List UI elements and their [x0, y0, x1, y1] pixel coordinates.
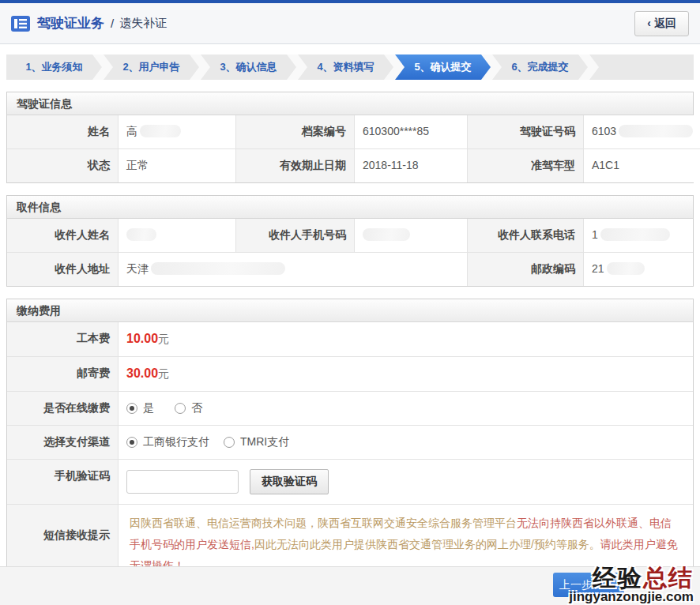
section-payment: 缴纳费用 工本费 10.00元 邮寄费 30.00元 是否在线缴费 是 否 选择…: [6, 299, 694, 585]
online-pay-label: 是否在线缴费: [7, 391, 118, 425]
back-chevron-icon: ‹: [647, 17, 651, 29]
radio-tmri-icon[interactable]: [224, 437, 235, 448]
redaction-smudge: [619, 125, 693, 137]
channel-options: 工商银行支付 TMRI支付: [118, 425, 693, 459]
tab-step-6[interactable]: 6、完成提交: [492, 54, 588, 80]
tab-step-1[interactable]: 1、业务须知: [6, 54, 102, 80]
license-no-label: 驾驶证号码: [467, 115, 583, 148]
section-payment-title: 缴纳费用: [7, 299, 693, 322]
cost-label: 工本费: [7, 322, 118, 356]
page-title: 驾驶证业务: [37, 14, 104, 32]
get-code-button[interactable]: 获取验证码: [250, 469, 329, 494]
breadcrumb-current: 遗失补证: [119, 16, 167, 31]
channel-label: 选择支付渠道: [7, 425, 118, 459]
status-value: 正常: [118, 148, 235, 182]
online-pay-options: 是 否: [118, 391, 693, 425]
redaction-smudge: [151, 262, 285, 275]
step-tabs: 1、业务须知 2、用户申告 3、确认信息 4、资料填写 5、确认提交 6、完成提…: [6, 54, 694, 80]
pickup-info-table: 收件人姓名 收件人手机号码 收件人联系电话 1 收件人地址 天津 邮政编码 21: [7, 219, 693, 286]
sms-code-input[interactable]: [126, 470, 239, 494]
sms-code-row: 获取验证码: [118, 459, 693, 504]
license-info-table: 姓名 高 档案编号 610300****85 驾驶证号码 6103 状态 正常 …: [7, 115, 693, 182]
redaction-smudge: [140, 125, 181, 137]
footer-action-bar: 上一步: [0, 566, 700, 605]
recipient-mobile-label: 收件人手机号码: [235, 219, 354, 252]
recipient-phone-value: 1: [583, 219, 693, 252]
expiry-value: 2018-11-18: [354, 148, 467, 182]
redaction-smudge: [363, 228, 410, 241]
back-button-label: 返回: [654, 17, 676, 29]
cost-value: 10.00元: [118, 322, 693, 356]
tab-step-4[interactable]: 4、资料填写: [298, 54, 393, 80]
recipient-name-value: [118, 219, 235, 252]
radio-no-icon[interactable]: [175, 403, 186, 414]
sms-tip-part3: 因此无法向此类用户提供陕西省交通管理业务的网上办理/预约等服务。: [254, 538, 600, 551]
radio-yes-icon[interactable]: [126, 403, 137, 414]
radio-option-no[interactable]: 否: [175, 401, 202, 415]
postcode-value: 21: [583, 252, 693, 286]
payment-table: 工本费 10.00元 邮寄费 30.00元 是否在线缴费 是 否 选择支付渠道 …: [7, 322, 693, 584]
previous-step-button[interactable]: 上一步: [553, 573, 624, 597]
tab-step-5-active[interactable]: 5、确认提交: [395, 54, 491, 80]
section-license-info: 驾驶证信息 姓名 高 档案编号 610300****85 驾驶证号码 6103 …: [6, 92, 694, 183]
radio-option-yes[interactable]: 是: [126, 401, 154, 415]
redaction-smudge: [126, 228, 156, 241]
radio-option-tmri[interactable]: TMRI支付: [224, 435, 289, 449]
postage-value: 30.00元: [118, 356, 693, 391]
radio-icbc-icon[interactable]: [126, 437, 137, 448]
recipient-name-label: 收件人姓名: [7, 219, 118, 252]
step-tabs-filler: [589, 54, 694, 80]
sms-code-label: 手机验证码: [7, 459, 118, 504]
sms-tip-part1: 因陕西省联通、电信运营商技术问题，陕西省互联网交通安全综合服务管理平台: [130, 517, 517, 529]
file-no-label: 档案编号: [235, 115, 354, 148]
tab-step-3[interactable]: 3、确认信息: [201, 54, 296, 80]
back-button[interactable]: ‹返回: [634, 11, 689, 36]
vehicle-class-value: A1C1: [583, 148, 700, 182]
expiry-label: 有效期止日期: [235, 148, 354, 182]
status-label: 状态: [7, 148, 118, 182]
recipient-mobile-value: [354, 219, 467, 252]
section-license-title: 驾驶证信息: [7, 92, 693, 115]
breadcrumb-divider: /: [111, 17, 114, 30]
section-pickup-title: 取件信息: [7, 196, 693, 219]
file-no-value: 610300****85: [354, 115, 467, 148]
tab-step-2[interactable]: 2、用户申告: [103, 54, 199, 80]
redaction-smudge: [600, 228, 670, 241]
license-form-icon: [11, 16, 30, 32]
recipient-address-value: 天津: [118, 252, 467, 286]
redaction-smudge: [607, 262, 645, 275]
recipient-address-label: 收件人地址: [7, 252, 118, 286]
name-value: 高: [118, 115, 235, 148]
name-label: 姓名: [7, 115, 118, 148]
section-pickup-info: 取件信息 收件人姓名 收件人手机号码 收件人联系电话 1 收件人地址 天津 邮政…: [6, 195, 694, 287]
postage-label: 邮寄费: [7, 356, 118, 391]
radio-option-icbc[interactable]: 工商银行支付: [126, 435, 209, 449]
postcode-label: 邮政编码: [467, 252, 583, 286]
vehicle-class-label: 准驾车型: [467, 148, 583, 182]
page-header: 驾驶证业务 / 遗失补证 ‹返回: [0, 3, 700, 44]
license-no-value: 6103: [583, 115, 700, 148]
recipient-phone-label: 收件人联系电话: [467, 219, 583, 252]
